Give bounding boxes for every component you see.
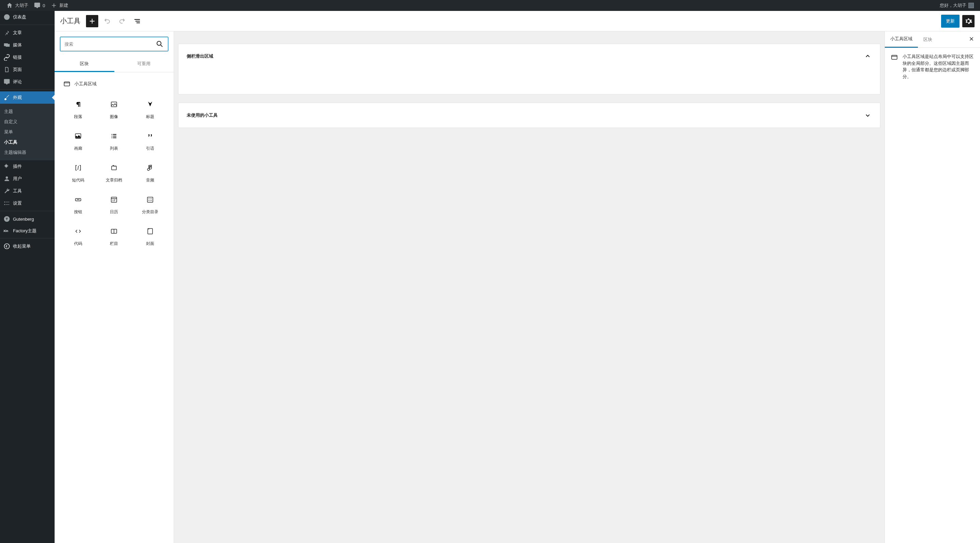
menu-tools[interactable]: 工具 (0, 185, 55, 197)
greeting: 您好，大胡子 (940, 2, 966, 8)
menu-collapse[interactable]: 收起菜单 (0, 240, 55, 252)
shortcode-icon (74, 164, 82, 172)
submenu-themes[interactable]: 主题 (0, 106, 55, 117)
comment-icon (34, 2, 41, 9)
chevron-down-icon (864, 111, 872, 119)
adminbar-new[interactable]: 新建 (48, 0, 71, 11)
categories-icon (146, 195, 154, 204)
comments-count: 0 (43, 3, 45, 8)
block-item-columns[interactable]: 栏目 (96, 222, 132, 253)
category-label: 小工具区域 (75, 81, 97, 87)
inserter-category[interactable]: 小工具区域 (60, 75, 168, 93)
settings-toggle-button[interactable] (962, 15, 975, 27)
widget-area-title: 侧栏滑出区域 (187, 53, 213, 59)
listview-icon (133, 17, 141, 25)
block-item-audio[interactable]: 音频 (132, 158, 168, 190)
list-icon (110, 132, 118, 140)
menu-factory[interactable]: XinFactory主题 (0, 225, 55, 237)
adminbar-comments[interactable]: 0 (31, 0, 48, 11)
heading-icon (146, 100, 154, 108)
menu-posts[interactable]: 文章 (0, 27, 55, 39)
redo-button[interactable] (116, 15, 128, 27)
menu-dashboard[interactable]: 仪表盘 (0, 11, 55, 23)
tab-block[interactable]: 区块 (918, 32, 938, 48)
gear-icon (964, 17, 972, 25)
image-icon (110, 100, 118, 108)
plus-icon (88, 17, 96, 25)
menu-plugins[interactable]: 插件 (0, 160, 55, 173)
tab-widget-area[interactable]: 小工具区域 (885, 32, 918, 48)
listview-button[interactable] (131, 15, 143, 27)
block-item-list[interactable]: 列表 (96, 127, 132, 158)
admin-bar: 大胡子 0 新建 您好，大胡子 (0, 0, 980, 11)
block-item-button[interactable]: 按钮 (60, 190, 96, 222)
code-icon (74, 227, 82, 235)
menu-gutenberg[interactable]: Gutenberg (0, 213, 55, 225)
block-item-image[interactable]: 图像 (96, 95, 132, 127)
block-item-label: 按钮 (74, 209, 82, 215)
block-item-gallery[interactable]: 画廊 (60, 127, 96, 158)
inserter-panel: 区块 可重用 小工具区域 段落图像标题画廊列表引语短代码文章归档音频按钮日历分类… (55, 32, 174, 543)
menu-links[interactable]: 链接 (0, 51, 55, 64)
block-item-label: 代码 (74, 241, 82, 247)
block-item-label: 文章归档 (106, 177, 122, 183)
block-item-label: 段落 (74, 114, 82, 120)
submenu-customize[interactable]: 自定义 (0, 117, 55, 127)
close-icon (969, 36, 975, 42)
block-item-categories[interactable]: 分类目录 (132, 190, 168, 222)
block-item-label: 短代码 (72, 177, 84, 183)
settings-panel: 小工具区域 区块 小工具区域是站点布局中可以支持区块的全局部分。这些区域因主题而… (885, 32, 980, 543)
submenu-menus[interactable]: 菜单 (0, 127, 55, 137)
calendar-icon (110, 195, 118, 204)
tab-blocks[interactable]: 区块 (55, 57, 114, 72)
collapse-icon (3, 243, 10, 250)
search-input[interactable] (65, 41, 156, 47)
widget-area-inactive: 未使用的小工具 (178, 103, 880, 128)
undo-icon (103, 17, 111, 25)
menu-appearance[interactable]: 外观 (0, 91, 55, 104)
widget-area-header[interactable]: 未使用的小工具 (178, 103, 880, 127)
media-icon (3, 41, 10, 48)
block-item-label: 封面 (146, 241, 154, 247)
adminbar-site[interactable]: 大胡子 (3, 0, 31, 11)
block-grid: 段落图像标题画廊列表引语短代码文章归档音频按钮日历分类目录代码栏目封面 (60, 93, 168, 253)
audio-icon (146, 164, 154, 172)
factory-icon: Xin (3, 229, 10, 233)
block-item-label: 分类目录 (142, 209, 158, 215)
menu-pages[interactable]: 页面 (0, 64, 55, 76)
close-settings-button[interactable] (963, 36, 980, 43)
widget-area-sidebar-slide: 侧栏滑出区域 (178, 44, 880, 94)
menu-settings[interactable]: 设置 (0, 197, 55, 210)
update-button[interactable]: 更新 (941, 15, 959, 28)
chevron-up-icon (864, 52, 872, 60)
sliders-icon (3, 200, 10, 207)
widget-area-body[interactable] (178, 68, 880, 94)
block-item-code[interactable]: 代码 (60, 222, 96, 253)
tab-reusable[interactable]: 可重用 (114, 57, 174, 72)
inserter-toggle-button[interactable] (86, 15, 98, 27)
submenu-theme-editor[interactable]: 主题编辑器 (0, 147, 55, 157)
block-item-paragraph[interactable]: 段落 (60, 95, 96, 127)
widget-area-header[interactable]: 侧栏滑出区域 (178, 44, 880, 68)
settings-description: 小工具区域是站点布局中可以支持区块的全局部分。这些区域因主题而异，但通常都是您的… (902, 53, 975, 80)
menu-users[interactable]: 用户 (0, 173, 55, 185)
cover-icon (146, 227, 154, 235)
menu-comments[interactable]: 评论 (0, 76, 55, 88)
undo-button[interactable] (101, 15, 113, 27)
block-item-calendar[interactable]: 日历 (96, 190, 132, 222)
block-item-label: 图像 (110, 114, 118, 120)
block-item-label: 引语 (146, 146, 154, 151)
block-item-cover[interactable]: 封面 (132, 222, 168, 253)
menu-media[interactable]: 媒体 (0, 39, 55, 51)
block-item-shortcode[interactable]: 短代码 (60, 158, 96, 190)
block-item-archives[interactable]: 文章归档 (96, 158, 132, 190)
wrench-icon (3, 187, 10, 194)
block-item-quote[interactable]: 引语 (132, 127, 168, 158)
editor-canvas: 侧栏滑出区域 未使用的小工具 (174, 32, 885, 543)
submenu-widgets[interactable]: 小工具 (0, 137, 55, 147)
adminbar-account[interactable]: 您好，大胡子 (937, 0, 977, 11)
gutenberg-icon (3, 216, 10, 222)
inserter-search[interactable] (60, 37, 168, 51)
plugin-icon (3, 163, 10, 170)
block-item-heading[interactable]: 标题 (132, 95, 168, 127)
